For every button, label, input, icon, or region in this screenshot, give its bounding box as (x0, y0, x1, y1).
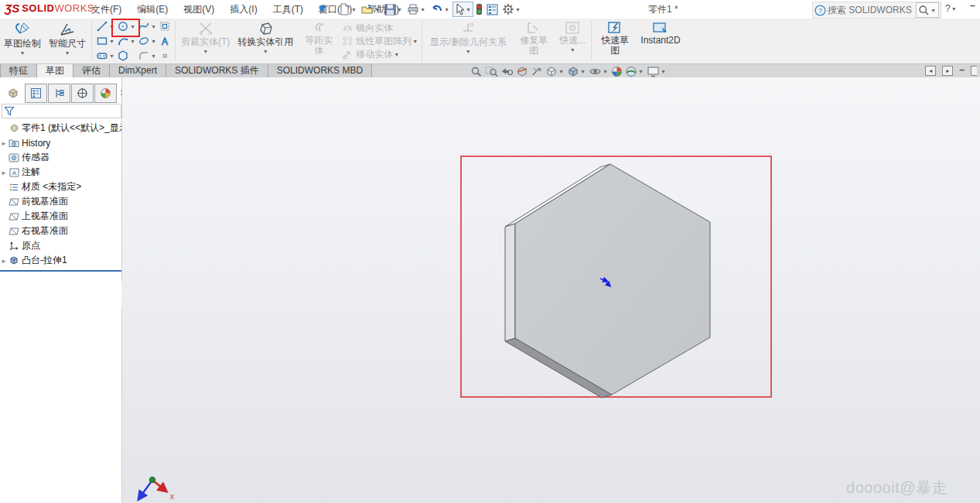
view-orientation-button[interactable] (545, 66, 565, 77)
dropdown-arrow-icon[interactable] (350, 6, 357, 13)
polygon-tool-button[interactable] (116, 49, 137, 63)
document-restore-button[interactable] (971, 66, 977, 76)
dropdown-arrow-icon[interactable] (637, 68, 644, 75)
circle-tool-button[interactable] (116, 19, 137, 34)
tree-item-history[interactable]: History (0, 135, 121, 150)
previous-view-button[interactable] (500, 66, 514, 77)
configuration-manager-tab[interactable] (48, 84, 70, 103)
zoom-to-area-button[interactable] (485, 66, 498, 77)
dropdown-arrow-icon[interactable] (558, 68, 565, 75)
spline-tool-button[interactable] (137, 19, 158, 34)
help-menu-button[interactable]: ? (945, 3, 958, 14)
dimxpert-manager-tab[interactable] (71, 84, 94, 103)
tree-root-part[interactable]: 零件1 (默认<<默认>_显示状态 (0, 121, 121, 135)
rollback-bar[interactable] (0, 270, 121, 272)
dropdown-arrow-icon[interactable] (150, 23, 157, 30)
dropdown-arrow-icon[interactable] (19, 50, 26, 56)
tab-evaluate[interactable]: 评估 (73, 64, 110, 78)
dropdown-arrow-icon[interactable] (465, 6, 472, 13)
display-manager-tab[interactable] (94, 84, 117, 103)
dropdown-arrow-icon[interactable] (930, 7, 937, 14)
dynamic-annotation-views-button[interactable] (531, 66, 543, 77)
rectangle-tool-button[interactable] (95, 34, 116, 49)
dropdown-arrow-icon[interactable] (262, 48, 269, 55)
search-box[interactable]: ? (812, 2, 941, 19)
tab-sketch[interactable]: 草图 (36, 64, 73, 78)
point-tool-button[interactable] (158, 49, 172, 63)
zoom-to-fit-button[interactable] (470, 66, 483, 77)
section-view-button[interactable] (516, 66, 528, 77)
slot-tool-button[interactable] (95, 49, 116, 63)
dropdown-arrow-icon[interactable] (108, 53, 115, 60)
tab-features[interactable]: 特征 (0, 64, 37, 78)
tree-item-annotations[interactable]: A 注解 (0, 165, 121, 180)
graphics-viewport[interactable]: x dooooit@暴走 (122, 77, 980, 503)
view-settings-button[interactable] (647, 66, 667, 77)
text-tool-button[interactable]: A (158, 34, 172, 49)
dropdown-arrow-icon[interactable] (150, 38, 157, 45)
tree-item-top-plane[interactable]: 上视基准面 (0, 209, 121, 224)
file-properties-button[interactable] (485, 2, 500, 17)
dropdown-arrow-icon[interactable] (579, 68, 586, 75)
dropdown-arrow-icon[interactable] (108, 38, 115, 45)
arc-tool-button[interactable] (116, 34, 137, 49)
ellipse-tool-button[interactable] (137, 34, 158, 49)
rebuild-button[interactable] (474, 2, 484, 17)
apply-scene-button[interactable] (625, 66, 644, 77)
edit-appearance-button[interactable] (611, 66, 623, 77)
smart-dimension-button[interactable]: 智能尺寸 (45, 19, 90, 63)
select-button[interactable] (452, 2, 473, 17)
tree-item-boss-extrude[interactable]: 凸台-拉伸1 (0, 253, 121, 268)
tree-item-sensors[interactable]: 传感器 (0, 150, 121, 165)
property-manager-tab[interactable] (25, 84, 47, 103)
tree-item-front-plane[interactable]: 前视基准面 (0, 194, 121, 209)
tree-item-origin[interactable]: 原点 (0, 238, 121, 253)
tab-addins[interactable]: SOLIDWORKS 插件 (166, 64, 268, 78)
dropdown-arrow-icon[interactable] (108, 23, 115, 30)
tab-mbd[interactable]: SOLIDWORKS MBD (268, 64, 372, 78)
dropdown-arrow-icon[interactable] (602, 68, 609, 75)
previous-document-icon[interactable]: ◂ (925, 66, 936, 76)
dropdown-arrow-icon[interactable] (660, 68, 667, 75)
print-button[interactable] (405, 2, 428, 17)
instant2d-button[interactable]: Instant2D (637, 19, 684, 63)
search-submit-button[interactable] (916, 2, 939, 18)
expand-arrow-icon[interactable] (0, 139, 8, 147)
rapid-sketch-button[interactable]: 快速草图 (593, 19, 637, 63)
convert-entities-button[interactable]: 转换实体引用 (234, 19, 297, 63)
open-button[interactable] (360, 2, 382, 17)
dropdown-arrow-icon[interactable] (64, 50, 71, 56)
sketch-pattern-button[interactable] (158, 19, 172, 34)
display-style-button[interactable] (567, 66, 586, 77)
document-minimize-button[interactable]: – (959, 64, 965, 75)
menu-insert[interactable]: 插入(I) (222, 0, 265, 19)
tree-item-material[interactable]: 材质 <未指定> (0, 180, 121, 194)
dropdown-arrow-icon[interactable] (129, 38, 136, 45)
expand-arrow-icon[interactable] (0, 257, 8, 265)
dropdown-arrow-icon[interactable] (514, 6, 521, 13)
sketch-button[interactable]: 草图绘制 (0, 19, 45, 63)
undo-button[interactable] (429, 2, 452, 17)
new-document-button[interactable] (337, 2, 359, 17)
dropdown-arrow-icon[interactable] (150, 53, 157, 60)
fillet-tool-button[interactable] (137, 49, 158, 63)
next-document-icon[interactable]: ▸ (942, 66, 953, 76)
feature-manager-tab[interactable] (2, 84, 24, 103)
options-button[interactable] (500, 2, 523, 17)
tab-dimxpert[interactable]: DimXpert (109, 64, 166, 78)
dropdown-arrow-icon[interactable] (129, 23, 136, 30)
pin-menu-icon[interactable] (316, 3, 330, 15)
menu-tools[interactable]: 工具(T) (265, 0, 311, 19)
menu-file[interactable]: 文件(F) (84, 0, 129, 19)
menu-edit[interactable]: 编辑(E) (129, 0, 176, 19)
menu-view[interactable]: 视图(V) (176, 0, 222, 19)
dropdown-arrow-icon[interactable] (374, 6, 381, 13)
search-input[interactable] (826, 4, 916, 16)
dropdown-arrow-icon[interactable] (396, 6, 403, 13)
tree-filter-field[interactable] (2, 104, 121, 118)
dropdown-arrow-icon[interactable] (419, 6, 426, 13)
hide-show-items-button[interactable] (589, 66, 609, 77)
line-tool-button[interactable] (95, 19, 116, 34)
dropdown-arrow-icon[interactable] (443, 6, 450, 13)
tree-item-right-plane[interactable]: 右视基准面 (0, 224, 121, 238)
